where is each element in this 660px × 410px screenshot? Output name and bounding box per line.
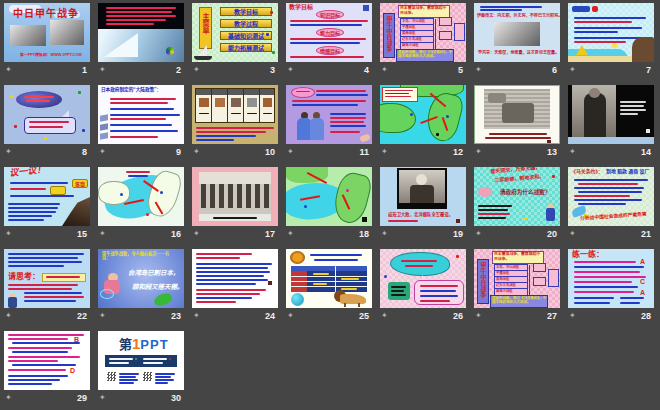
result-box: 清政府战败，签订《马关条约》，中国半殖民地化大大加深。 — [396, 49, 454, 62]
poem-line: 颐和园又搭天棚。 — [132, 283, 183, 290]
slide-number: 4 — [364, 65, 369, 75]
menu-banner-label: 主菜单 — [202, 13, 209, 34]
text-line — [420, 285, 458, 287]
slide-title: 中日甲午战争 — [13, 8, 79, 20]
menu-banner: 主菜单 — [199, 7, 212, 49]
slide-number: 1 — [82, 65, 87, 75]
animation-indicator-icon: ✦ — [475, 147, 482, 156]
menu-button[interactable]: 教学目标 — [220, 7, 272, 16]
slide-25-thumbnail[interactable] — [286, 249, 372, 308]
menu-button[interactable]: 教学过程 — [220, 19, 272, 28]
slide-23-thumbnail[interactable]: 甲午战争战败，令人痛心疾首——有诗： 台湾岛已割日本， 颐和园又搭天棚。 — [98, 249, 184, 308]
slide-17-thumbnail[interactable] — [192, 167, 278, 226]
slide-15-thumbnail[interactable]: 议一议！ 答案 — [4, 167, 90, 226]
battle-marker — [160, 191, 163, 194]
slide-12-thumbnail[interactable] — [380, 85, 466, 144]
confetti-dot — [82, 129, 85, 132]
quiz-line — [574, 281, 632, 283]
text-line — [8, 265, 64, 267]
text-line — [330, 121, 364, 123]
text-line — [290, 42, 360, 44]
link-line — [155, 382, 168, 384]
slide-27-thumbnail[interactable]: 日本蓄谋战争，蓄意挑起中日战争。 甲午中日战争 丰岛、牙山战役 平壤战役 黄海战… — [474, 249, 560, 308]
banner-bar — [105, 355, 177, 367]
text-line — [196, 139, 234, 141]
engraving-detail — [488, 93, 506, 103]
slide-cell: 日本政府制定的“大陆政策”： ✦9 — [98, 85, 184, 159]
slide-number: 11 — [359, 147, 369, 157]
answer-button[interactable] — [50, 186, 66, 195]
figure-shape — [100, 114, 108, 122]
battle-marker — [410, 113, 413, 116]
quiz-line — [8, 360, 58, 362]
table-grid-line — [243, 89, 244, 122]
banner-text — [143, 358, 167, 360]
end-mark — [646, 129, 650, 133]
slide-26-thumbnail[interactable] — [380, 249, 466, 308]
sail-shape — [198, 45, 207, 56]
table-image — [263, 98, 272, 107]
slide-title: 议一议！ — [9, 167, 46, 178]
ice-ridge — [104, 33, 138, 57]
slide-24-thumbnail[interactable] — [192, 249, 278, 308]
note-text: 日本蓄谋战争，蓄意挑起中日战争。 — [400, 6, 448, 15]
text-line — [385, 93, 409, 94]
slide-5-thumbnail[interactable]: 日本蓄谋战争，蓄意挑起中日战争。 甲午中日战争 丰岛、牙山战役 平壤战役 黄海战… — [380, 3, 466, 62]
slide-13-thumbnail[interactable] — [474, 85, 560, 144]
quiz-line — [8, 338, 68, 340]
slide-cell: ✦18 — [286, 167, 372, 241]
animation-indicator-icon: ✦ — [99, 65, 106, 74]
slide-22-thumbnail[interactable]: 请思考： — [4, 249, 90, 308]
intro-text: 甲午战争战败，令人痛心疾首——有诗： — [102, 251, 174, 261]
text-line — [478, 209, 508, 211]
confetti-dot — [384, 275, 387, 278]
text-line — [391, 286, 406, 288]
corner-icon — [363, 5, 369, 11]
slide-3-thumbnail[interactable]: 主菜单 教学目标 教学过程 基础知识测试 能力拓展测试 — [192, 3, 278, 62]
globe-icon — [291, 293, 304, 306]
menu-button[interactable]: 基础知识测试 — [220, 31, 272, 40]
text-line — [391, 294, 406, 296]
quiz-line — [8, 375, 68, 377]
slide-cell: ✦10 — [192, 85, 278, 159]
slide-10-thumbnail[interactable] — [192, 85, 278, 144]
menu-button[interactable]: 能力拓展测试 — [220, 43, 272, 52]
slide-29-thumbnail[interactable]: B D — [4, 331, 90, 390]
table-grid-line — [211, 89, 212, 122]
slide-18-thumbnail[interactable] — [286, 167, 372, 226]
slide-14-thumbnail[interactable] — [568, 85, 654, 144]
slide-11-thumbnail[interactable] — [286, 85, 372, 144]
end-mark — [268, 281, 272, 285]
quiz-line — [8, 383, 52, 385]
slide-1-thumbnail[interactable]: 中日甲午战争 第一PPT模板网：WWW.1PPT.COM — [4, 3, 90, 62]
text-line — [478, 217, 506, 219]
cell-text — [313, 273, 329, 275]
slide-21-thumbnail[interactable]: 《马关条约》： 割地 赔款 通商 设厂 分析给中国社会造成的严重危害 — [568, 167, 654, 226]
text-line — [106, 19, 166, 21]
tear-swirl — [100, 289, 114, 299]
cloud-badge — [291, 87, 315, 98]
slide-8-thumbnail[interactable] — [4, 85, 90, 144]
slide-6-thumbnail[interactable]: 伊藤博文：内无相，外无将，不得已玉帛相将。 李鸿章：天难度，地难量，这才是帝王度… — [474, 3, 560, 62]
text-line — [196, 275, 264, 277]
slide-7-thumbnail[interactable] — [568, 3, 654, 62]
photo-caption-strip — [199, 214, 271, 221]
slide-2-thumbnail[interactable] — [98, 3, 184, 62]
slide-9-thumbnail[interactable]: 日本政府制定的“大陆政策”： — [98, 85, 184, 144]
slide-19-thumbnail[interactable]: 威海卫大败，北洋舰队全军覆没。 — [380, 167, 466, 226]
slide-number: 26 — [453, 311, 463, 321]
slide-16-thumbnail[interactable] — [98, 167, 184, 226]
map-note-box — [382, 87, 418, 102]
text-line — [110, 98, 176, 100]
slide-28-thumbnail[interactable]: 练一练： A C A — [568, 249, 654, 308]
text-line — [196, 257, 240, 259]
text-line — [401, 260, 437, 262]
treaty-label: 《马关条约》： — [571, 169, 603, 175]
slide-4-thumbnail[interactable]: 教学目标 知识目标 能力目标 情感目标 — [286, 3, 372, 62]
hand-shape — [359, 133, 370, 142]
battle-marker — [120, 193, 123, 196]
answer-button[interactable]: 答案 — [72, 179, 88, 188]
slide-20-thumbnail[interactable]: 普天同庆，万寿无疆； 三军败绩，割地求和。 清政府为什么战败？ — [474, 167, 560, 226]
flow-box-small — [454, 23, 465, 41]
slide-30-thumbnail[interactable]: 第1PPT — [98, 331, 184, 390]
